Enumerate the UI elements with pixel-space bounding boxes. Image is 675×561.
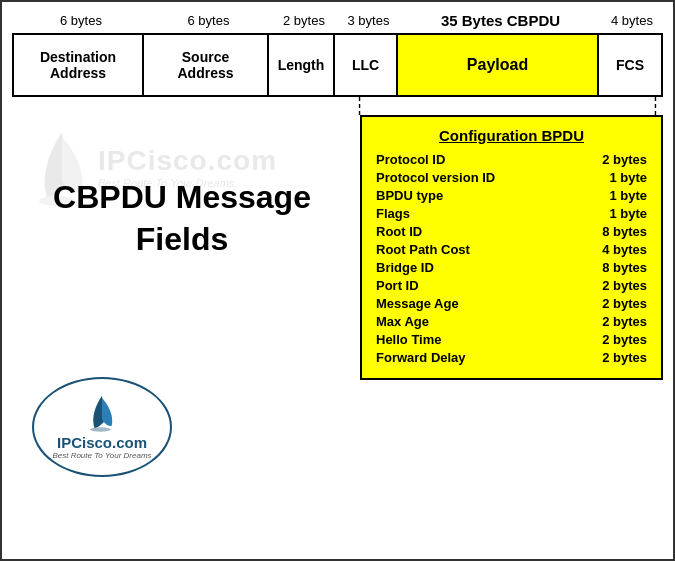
config-field-name: Protocol version ID [376, 170, 495, 185]
config-row: Forward Delay2 bytes [376, 350, 647, 365]
config-field-size: 1 byte [592, 170, 647, 185]
config-field-size: 8 bytes [592, 260, 647, 275]
config-field-name: Port ID [376, 278, 419, 293]
byte-label-src: 6 bytes [146, 13, 271, 28]
config-row: Flags1 byte [376, 206, 647, 221]
bottom-logo: IPCisco.com Best Route To Your Dreams [32, 377, 172, 477]
config-row: Port ID2 bytes [376, 278, 647, 293]
config-bpdu-title: Configuration BPDU [376, 127, 647, 144]
config-field-size: 1 byte [592, 188, 647, 203]
byte-label-llc: 3 bytes [337, 13, 400, 28]
config-row: Message Age2 bytes [376, 296, 647, 311]
config-field-name: Forward Delay [376, 350, 466, 365]
frame-dest-label: Destination Address [40, 49, 116, 81]
config-field-size: 2 bytes [592, 278, 647, 293]
frame-box-destination: Destination Address [14, 35, 144, 95]
frame-box-payload: Payload [398, 35, 599, 95]
config-row: Max Age2 bytes [376, 314, 647, 329]
config-row: BPDU type1 byte [376, 188, 647, 203]
config-field-size: 2 bytes [592, 350, 647, 365]
config-row: Root ID8 bytes [376, 224, 647, 239]
watermark-name: IPCisco.com [98, 145, 277, 177]
bottom-logo-name: IPCisco.com [57, 434, 147, 451]
content-area: IPCisco.com Best Route To Your Dreams CB… [12, 97, 663, 487]
config-row: Hello Time2 bytes [376, 332, 647, 347]
config-field-size: 8 bytes [592, 224, 647, 239]
frame-box-fcs: FCS [599, 35, 661, 95]
byte-label-length: 2 bytes [271, 13, 337, 28]
frame-box-llc: LLC [335, 35, 398, 95]
config-field-size: 4 bytes [592, 242, 647, 257]
config-field-name: Message Age [376, 296, 459, 311]
byte-label-cbpdu-wrap: 35 Bytes CBPDU [400, 12, 601, 29]
config-row: Root Path Cost4 bytes [376, 242, 647, 257]
svg-point-1 [90, 427, 111, 432]
config-field-size: 2 bytes [592, 332, 647, 347]
config-field-name: Max Age [376, 314, 429, 329]
config-field-name: Bridge ID [376, 260, 434, 275]
config-field-size: 2 bytes [592, 314, 647, 329]
left-section: IPCisco.com Best Route To Your Dreams CB… [12, 97, 352, 487]
config-field-size: 2 bytes [592, 296, 647, 311]
config-field-name: Flags [376, 206, 410, 221]
config-row: Bridge ID8 bytes [376, 260, 647, 275]
bottom-logo-subtitle: Best Route To Your Dreams [52, 451, 151, 460]
byte-labels-row: 6 bytes 6 bytes 2 bytes 3 bytes 35 Bytes… [12, 12, 663, 29]
frame-boxes: Destination Address Source Address Lengt… [12, 33, 663, 97]
frame-src-label: Source Address [177, 49, 233, 81]
frame-box-length: Length [269, 35, 335, 95]
config-rows-container: Protocol ID2 bytesProtocol version ID1 b… [376, 152, 647, 365]
config-field-size: 2 bytes [592, 152, 647, 167]
byte-label-fcs: 4 bytes [601, 13, 663, 28]
cbpdu-title: CBPDU Message Fields [12, 177, 352, 260]
config-field-name: Root ID [376, 224, 422, 239]
config-field-size: 1 byte [592, 206, 647, 221]
main-container: 6 bytes 6 bytes 2 bytes 3 bytes 35 Bytes… [0, 0, 675, 561]
config-field-name: BPDU type [376, 188, 443, 203]
right-section: Configuration BPDU Protocol ID2 bytesPro… [352, 97, 663, 487]
byte-label-cbpdu: 35 Bytes CBPDU [400, 12, 601, 29]
config-row: Protocol ID2 bytes [376, 152, 647, 167]
config-field-name: Root Path Cost [376, 242, 470, 257]
byte-label-dest: 6 bytes [16, 13, 146, 28]
config-row: Protocol version ID1 byte [376, 170, 647, 185]
config-bpdu-box: Configuration BPDU Protocol ID2 bytesPro… [360, 115, 663, 380]
frame-box-source: Source Address [144, 35, 269, 95]
config-field-name: Hello Time [376, 332, 442, 347]
config-field-name: Protocol ID [376, 152, 445, 167]
